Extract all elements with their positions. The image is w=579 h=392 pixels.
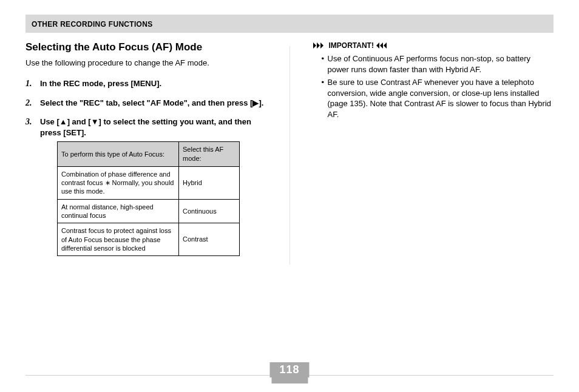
important-label: IMPORTANT!: [329, 41, 374, 50]
right-column: IMPORTANT! Use of Continuous AF performs…: [313, 41, 554, 265]
table-header-row: To perform this type of Auto Focus: Sele…: [58, 142, 240, 167]
section-header-text: OTHER RECORDING FUNCTIONS: [32, 20, 153, 29]
list-item: Be sure to use Contrast AF whenever you …: [322, 77, 554, 120]
step-number: 1.: [25, 78, 32, 90]
column-divider: [290, 46, 290, 265]
page-number: 118: [269, 362, 309, 377]
intro-text: Use the following procedure to change th…: [25, 58, 266, 67]
table-row: Contrast focus to protect against loss o…: [58, 223, 240, 256]
step-3: 3. Use [▲] and [▼] to select the setting…: [25, 117, 266, 256]
left-column: Selecting the Auto Focus (AF) Mode Use t…: [25, 41, 266, 265]
page-footer: 118: [25, 360, 554, 384]
page-number-badge: 118: [269, 362, 309, 384]
table-row: At normal distance, high-speed continual…: [58, 199, 240, 223]
page-number-base: [271, 377, 308, 384]
two-column-layout: Selecting the Auto Focus (AF) Mode Use t…: [25, 41, 554, 265]
manual-page: OTHER RECORDING FUNCTIONS Selecting the …: [0, 0, 579, 392]
table-header-left: To perform this type of Auto Focus:: [58, 142, 179, 167]
step-number: 3.: [25, 117, 32, 128]
table-cell-desc: Combination of phase difference and cont…: [58, 166, 179, 199]
section-header-bar: OTHER RECORDING FUNCTIONS: [25, 15, 554, 33]
table-header-right: Select this AF mode:: [179, 142, 240, 167]
step-text: In the REC mode, press [MENU].: [40, 79, 161, 88]
list-item: Use of Continuous AF performs focus non-…: [322, 53, 554, 75]
important-bullet-list: Use of Continuous AF performs focus non-…: [313, 53, 554, 120]
step-text: Use [▲] and [▼] to select the setting yo…: [40, 117, 251, 137]
procedure-steps: 1. In the REC mode, press [MENU]. 2. Sel…: [25, 78, 266, 256]
page-title: Selecting the Auto Focus (AF) Mode: [25, 41, 266, 53]
step-text: Select the "REC" tab, select "AF Mode", …: [40, 98, 263, 107]
table-cell-desc: At normal distance, high-speed continual…: [58, 199, 179, 223]
table-cell-mode: Hybrid: [179, 166, 240, 199]
step-2: 2. Select the "REC" tab, select "AF Mode…: [25, 98, 266, 109]
backward-arrows-icon: [376, 42, 390, 49]
forward-arrows-icon: [313, 42, 327, 49]
important-heading: IMPORTANT!: [313, 41, 554, 50]
table-cell-desc: Contrast focus to protect against loss o…: [58, 223, 179, 256]
step-number: 2.: [25, 98, 32, 109]
af-mode-table: To perform this type of Auto Focus: Sele…: [57, 141, 240, 256]
table-row: Combination of phase difference and cont…: [58, 166, 240, 199]
table-cell-mode: Contrast: [179, 223, 240, 256]
step-1: 1. In the REC mode, press [MENU].: [25, 78, 266, 89]
table-cell-mode: Continuous: [179, 199, 240, 223]
